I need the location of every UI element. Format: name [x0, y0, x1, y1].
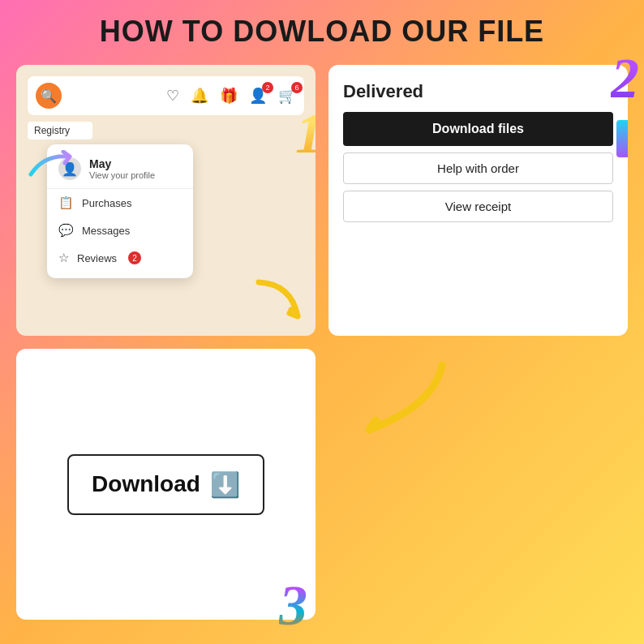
delivered-title: Delivered	[343, 81, 613, 102]
reviews-icon: ☆	[58, 251, 69, 265]
number-3-badge: 3	[279, 577, 307, 634]
reviews-item[interactable]: ☆ Reviews 2	[47, 244, 193, 272]
download-highlight-bar	[616, 120, 628, 157]
download-cloud-icon: ⬇️	[210, 470, 240, 499]
user-info: May View your profile	[89, 157, 155, 180]
profile-badge: 2	[262, 82, 273, 93]
purchases-label: Purchases	[82, 197, 131, 209]
messages-label: Messages	[82, 225, 130, 237]
registry-label: Registry	[28, 122, 92, 140]
bottom-right-panel	[328, 349, 628, 620]
teal-pointer-arrow	[28, 150, 76, 181]
main-container: How to Dowload Our File 🔍 ♡ 🔔 🎁 👤 2	[0, 0, 644, 636]
etsy-navbar: 🔍 ♡ 🔔 🎁 👤 2 🛒 6	[28, 76, 304, 115]
user-name: May	[89, 157, 155, 170]
download-button-display[interactable]: Download ⬇️	[67, 454, 264, 515]
heart-icon[interactable]: ♡	[166, 87, 179, 105]
cart-badge: 6	[291, 82, 303, 93]
step2-panel: Delivered Download files Help with order…	[328, 65, 628, 336]
cart-icon[interactable]: 🛒 6	[278, 87, 296, 105]
nav-icons: ♡ 🔔 🎁 👤 2 🛒 6	[166, 87, 296, 105]
gift-icon[interactable]: 🎁	[220, 87, 238, 105]
step3-panel: Download ⬇️ 3	[16, 349, 316, 620]
main-title: How to Dowload Our File	[0, 0, 644, 57]
profile-icon[interactable]: 👤 2	[249, 87, 267, 105]
download-label: Download	[92, 471, 200, 497]
bell-icon[interactable]: 🔔	[191, 87, 208, 105]
view-receipt-button[interactable]: View receipt	[343, 191, 613, 222]
help-with-order-button[interactable]: Help with order	[343, 152, 613, 184]
reviews-badge: 2	[128, 251, 141, 264]
number-1-badge: 1	[295, 105, 316, 162]
purchases-item[interactable]: 📋 Purchases	[47, 189, 193, 217]
step1-panel: 🔍 ♡ 🔔 🎁 👤 2 🛒 6 Registry	[16, 65, 316, 336]
download-files-button[interactable]: Download files	[343, 112, 613, 146]
yellow-arrow-2	[337, 357, 466, 457]
messages-item[interactable]: 💬 Messages	[47, 217, 193, 244]
yellow-arrow-1	[251, 276, 307, 328]
number-2-badge: 2	[611, 50, 639, 107]
messages-icon: 💬	[58, 223, 74, 238]
search-icon[interactable]: 🔍	[36, 83, 62, 109]
user-profile-link[interactable]: View your profile	[89, 170, 155, 180]
purchases-icon: 📋	[58, 195, 74, 210]
reviews-label: Reviews	[77, 252, 117, 264]
